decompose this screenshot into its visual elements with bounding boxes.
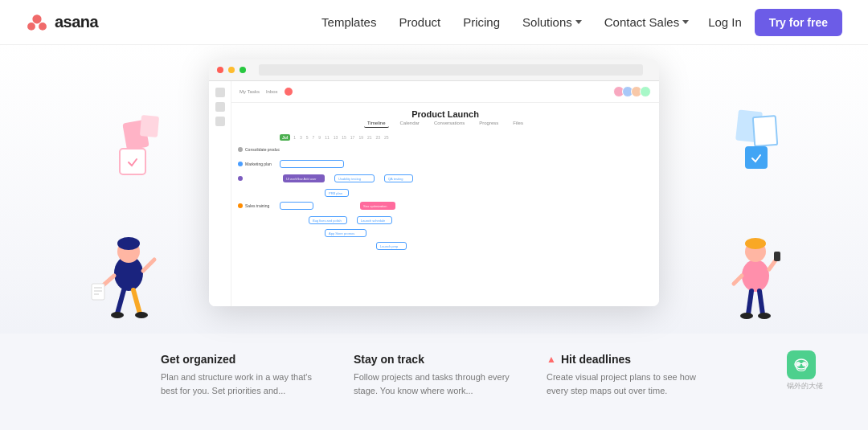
task-bar-area-marketing [280, 158, 653, 170]
date-3: 3 [300, 135, 302, 140]
svg-point-16 [742, 260, 769, 292]
svg-line-9 [133, 290, 140, 313]
window-maximize-dot [240, 67, 246, 73]
task-dot-marketing [238, 162, 243, 166]
browser-mockup: My Tasks Inbox Product Launch [209, 59, 659, 306]
svg-point-24 [740, 313, 753, 319]
feature-title-text-deadlines: Hit deadlines [561, 353, 631, 366]
svg-point-2 [39, 23, 47, 31]
asana-logo-icon [26, 11, 48, 34]
nav-item-pricing[interactable]: Pricing [463, 15, 500, 30]
svg-point-5 [117, 237, 140, 250]
task-row-launchprep: Launch prep [238, 240, 653, 250]
tab-progress[interactable]: Progress [476, 119, 502, 128]
app-sidebar [209, 81, 231, 306]
svg-line-7 [143, 260, 154, 271]
feature-item-organized: Get organized Plan and structure work in… [145, 353, 338, 430]
tab-timeline[interactable]: Timeline [364, 119, 388, 128]
task-bar-usability: Usability testing [334, 174, 375, 182]
nav-item-product[interactable]: Product [399, 15, 440, 30]
browser-content: My Tasks Inbox Product Launch [209, 81, 659, 306]
svg-point-0 [32, 14, 41, 23]
window-minimize-dot [228, 67, 235, 73]
svg-point-25 [758, 313, 771, 319]
timeline-dates: 1 3 5 7 9 11 13 15 17 19 21 [293, 135, 388, 140]
date-11: 11 [325, 135, 330, 140]
nav-item-solutions[interactable]: Solutions [522, 15, 582, 29]
chevron-down-icon [682, 20, 689, 24]
task-bar-area-prb: PRB plan [280, 187, 653, 197]
feature-item-track: Stay on track Follow projects and tasks … [338, 353, 530, 430]
task-bar-area-appstore: App Store promos [280, 227, 653, 237]
task-row-bugs: Bug fixes and polish Launch schedule [238, 215, 653, 224]
project-tabs: Timeline Calendar Conversations Progress… [231, 119, 659, 128]
feature-title-deadlines: ▲ Hit deadlines [547, 353, 707, 366]
tab-files[interactable]: Files [510, 119, 526, 128]
illustration-right [719, 229, 792, 334]
logo-text: asana [55, 13, 98, 31]
tab-calendar[interactable]: Calendar [397, 119, 423, 128]
svg-line-21 [734, 276, 742, 284]
svg-rect-12 [92, 284, 104, 300]
features-section: Get organized Plan and structure work in… [0, 334, 868, 430]
wechat-watermark: 锅外的大佬 [787, 350, 823, 391]
task-row-appstore: App Store promos [238, 227, 653, 237]
task-bar-bugs: Bug fixes and polish [309, 216, 347, 224]
task-row-prb: PRB plan [238, 187, 653, 197]
timeline-month: Jul [280, 134, 290, 141]
nav-item-contact-sales[interactable]: Contact Sales [604, 15, 689, 29]
date-25: 25 [384, 135, 389, 140]
try-for-free-button[interactable]: Try for free [755, 9, 842, 36]
task-dot-sales [238, 203, 243, 208]
topbar-notification [285, 88, 293, 96]
nav-links: Templates Product Pricing Solutions Cont… [321, 15, 689, 30]
nav-link-templates[interactable]: Templates [321, 15, 376, 29]
task-label-ui [238, 176, 280, 181]
svg-line-23 [760, 291, 763, 314]
feature-title-track: Stay on track [354, 353, 514, 366]
date-1: 1 [293, 135, 296, 140]
check-blue-icon [751, 152, 762, 163]
task-text-marketing: Marketing plan [245, 162, 272, 166]
deco-check-card [119, 148, 146, 175]
task-bar-marketing [280, 160, 344, 168]
deco-card-light-pink [140, 115, 159, 137]
date-7: 7 [313, 135, 315, 140]
task-bar-launchprep: Launch prep [376, 242, 407, 250]
date-13: 13 [334, 135, 338, 140]
nav-link-pricing[interactable]: Pricing [463, 15, 500, 29]
svg-line-8 [117, 290, 124, 313]
feature-title-organized: Get organized [161, 353, 321, 366]
feature-item-deadlines: ▲ Hit deadlines Create visual project pl… [530, 353, 723, 430]
task-row-consolidate: Consolidate product spec feedback [238, 144, 653, 155]
task-bar-area-ui: UI workflow Add user Usability testing Q… [280, 173, 653, 184]
login-link[interactable]: Log In [708, 15, 742, 29]
sidebar-icon-1 [215, 88, 225, 97]
svg-point-29 [796, 364, 806, 371]
wechat-logo-icon [792, 356, 810, 374]
wechat-icon [787, 350, 816, 379]
feature-arrow-icon: ▲ [547, 354, 556, 365]
task-bar-launch: Launch schedule [357, 216, 392, 224]
task-label-sales: Sales training [238, 203, 280, 208]
navbar: asana Templates Product Pricing Solution… [0, 0, 868, 45]
nav-link-contact-sales[interactable]: Contact Sales [604, 15, 679, 29]
task-text-consolidate: Consolidate product spec feedback [245, 147, 280, 152]
task-bar-qa: QA testing [384, 174, 413, 182]
browser-address-bar [259, 64, 643, 76]
nav-link-solutions[interactable]: Solutions [522, 15, 572, 29]
browser-bar [209, 59, 659, 81]
nav-link-product[interactable]: Product [399, 15, 440, 29]
project-title-bar: Product Launch Timeline Calendar Convers… [231, 103, 659, 134]
svg-rect-20 [774, 252, 780, 261]
date-19: 19 [358, 135, 363, 140]
figure-left-svg [88, 229, 169, 334]
nav-item-templates[interactable]: Templates [321, 15, 376, 30]
logo[interactable]: asana [26, 11, 98, 34]
tab-conversations[interactable]: Conversations [431, 119, 468, 128]
project-title: Product Launch [231, 109, 659, 119]
task-dot [238, 147, 243, 152]
task-row-marketing: Marketing plan [238, 158, 653, 170]
sidebar-icon-2 [215, 102, 225, 112]
date-21: 21 [367, 135, 372, 140]
